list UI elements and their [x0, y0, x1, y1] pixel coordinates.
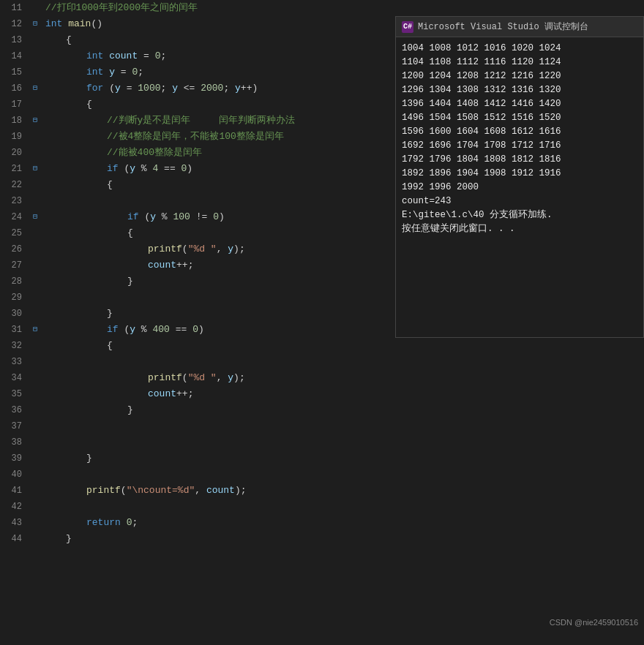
code-content[interactable]: {: [42, 97, 399, 113]
line-number: 37: [0, 418, 28, 434]
line-number: 26: [0, 241, 28, 257]
console-line: E:\gitee\1.c\40 分支循环加练.: [402, 208, 637, 222]
line-number: 28: [0, 274, 28, 290]
console-line: 按任意键关闭此窗口. . .: [402, 222, 637, 236]
code-content[interactable]: {: [42, 338, 399, 354]
console-line: 1692 1696 1704 1708 1712 1716: [402, 139, 637, 153]
gutter-icon: [28, 370, 42, 386]
line-number: 13: [0, 32, 28, 48]
gutter-icon[interactable]: ⊟: [28, 16, 42, 32]
code-content[interactable]: printf("%d ", y);: [42, 370, 399, 386]
code-content[interactable]: for (y = 1000; y <= 2000; y++): [42, 80, 399, 97]
code-content[interactable]: //能被400整除是闰年: [42, 145, 399, 161]
code-content[interactable]: [42, 499, 399, 515]
code-line: 29: [0, 290, 399, 306]
code-content[interactable]: //被4整除是闰年，不能被100整除是闰年: [42, 129, 399, 145]
code-content[interactable]: [42, 467, 399, 483]
line-number: 16: [0, 80, 28, 97]
line-number: 33: [0, 354, 28, 370]
code-content[interactable]: {: [42, 225, 399, 241]
code-content[interactable]: return 0;: [42, 515, 399, 531]
code-line: 35count++;: [0, 386, 399, 402]
gutter-icon[interactable]: ⊟: [28, 80, 42, 97]
line-number: 31: [0, 322, 28, 338]
code-content[interactable]: //打印1000年到2000年之间的闰年: [42, 0, 399, 16]
code-content[interactable]: //判断y是不是闰年 闰年判断两种办法: [42, 113, 399, 129]
code-content[interactable]: if (y % 4 == 0): [42, 161, 399, 177]
code-content[interactable]: [42, 418, 399, 434]
code-line: 28}: [0, 274, 399, 290]
code-line: 34printf("%d ", y);: [0, 370, 399, 386]
code-line: 30}: [0, 306, 399, 322]
line-number: 40: [0, 467, 28, 483]
console-line: 1004 1008 1012 1016 1020 1024: [402, 42, 637, 56]
line-number: 27: [0, 257, 28, 274]
code-line: 15int y = 0;: [0, 64, 399, 80]
gutter-icon[interactable]: ⊟: [28, 113, 42, 129]
code-line: 27count++;: [0, 257, 399, 274]
line-number: 23: [0, 193, 28, 209]
code-line: 37: [0, 418, 399, 434]
gutter-icon: [28, 467, 42, 483]
code-line: 26printf("%d ", y);: [0, 241, 399, 257]
console-output: 1004 1008 1012 1016 1020 10241104 1108 1…: [396, 37, 643, 337]
code-line: 16⊟for (y = 1000; y <= 2000; y++): [0, 80, 399, 97]
code-content[interactable]: int y = 0;: [42, 64, 399, 80]
gutter-icon[interactable]: ⊟: [28, 161, 42, 177]
code-content[interactable]: if (y % 400 == 0): [42, 322, 399, 338]
gutter-icon: [28, 306, 42, 322]
code-content[interactable]: printf("%d ", y);: [42, 241, 399, 257]
code-line: 36}: [0, 402, 399, 418]
console-line: 1396 1404 1408 1412 1416 1420: [402, 97, 637, 111]
console-line: 1892 1896 1904 1908 1912 1916: [402, 167, 637, 181]
gutter-icon[interactable]: ⊟: [28, 209, 42, 225]
line-number: 24: [0, 209, 28, 225]
code-line: 25{: [0, 225, 399, 241]
code-content[interactable]: {: [42, 32, 399, 48]
gutter-icon: [28, 483, 42, 499]
gutter-icon: [28, 499, 42, 515]
code-content[interactable]: [42, 290, 399, 306]
code-line: 13{: [0, 32, 399, 48]
code-content[interactable]: }: [42, 531, 399, 547]
code-content[interactable]: }: [42, 402, 399, 418]
code-content[interactable]: {: [42, 177, 399, 193]
code-content[interactable]: [42, 434, 399, 450]
code-content[interactable]: [42, 193, 399, 209]
code-line: 39}: [0, 450, 399, 467]
code-content[interactable]: count++;: [42, 257, 399, 274]
gutter-icon: [28, 402, 42, 418]
line-number: 44: [0, 531, 28, 547]
code-lines: 11//打印1000年到2000年之间的闰年12⊟int main()13{14…: [0, 0, 399, 547]
code-line: 11//打印1000年到2000年之间的闰年: [0, 0, 399, 16]
gutter-icon: [28, 257, 42, 274]
gutter-icon: [28, 64, 42, 80]
code-content[interactable]: int main(): [42, 16, 399, 32]
gutter-icon: [28, 0, 42, 16]
code-line: 17{: [0, 97, 399, 113]
line-number: 11: [0, 0, 28, 16]
gutter-icon[interactable]: ⊟: [28, 322, 42, 338]
line-number: 15: [0, 64, 28, 80]
line-number: 20: [0, 145, 28, 161]
code-line: 22{: [0, 177, 399, 193]
console-line: 1596 1600 1604 1608 1612 1616: [402, 125, 637, 139]
code-content[interactable]: count++;: [42, 386, 399, 402]
gutter-icon: [28, 241, 42, 257]
code-content[interactable]: int count = 0;: [42, 48, 399, 64]
gutter-icon: [28, 48, 42, 64]
line-number: 42: [0, 499, 28, 515]
console-title: Microsoft Visual Studio 调试控制台: [418, 20, 588, 33]
line-number: 21: [0, 161, 28, 177]
gutter-icon: [28, 418, 42, 434]
line-number: 36: [0, 402, 28, 418]
code-content[interactable]: [42, 354, 399, 370]
code-content[interactable]: }: [42, 450, 399, 467]
code-content[interactable]: }: [42, 306, 399, 322]
gutter-icon: [28, 338, 42, 354]
code-line: 42: [0, 499, 399, 515]
code-content[interactable]: printf("\ncount=%d", count);: [42, 483, 399, 499]
gutter-icon: [28, 97, 42, 113]
code-content[interactable]: }: [42, 274, 399, 290]
code-content[interactable]: if (y % 100 != 0): [42, 209, 399, 225]
